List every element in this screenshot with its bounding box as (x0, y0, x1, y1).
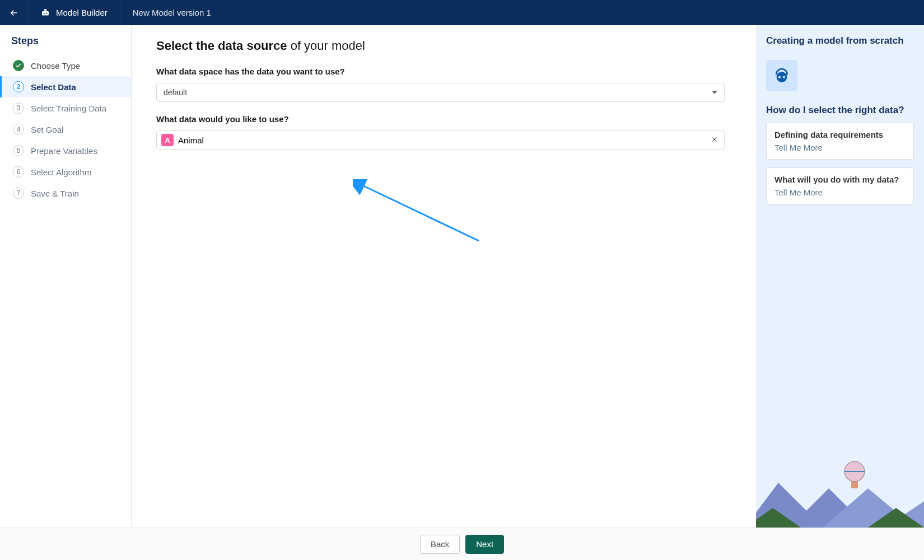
svg-point-5 (777, 72, 787, 82)
help-card-requirements: Defining data requirements Tell Me More (766, 123, 914, 160)
mascot-icon (766, 60, 797, 91)
help-card-data-usage: What will you do with my data? Tell Me M… (766, 167, 914, 204)
step-set-goal[interactable]: 4 Set Goal (0, 119, 131, 140)
label-data: What data would you like to use? (156, 114, 731, 124)
step-prepare-variables[interactable]: 5 Prepare Variables (0, 140, 131, 161)
main-content: Select the data source of your model Wha… (132, 25, 756, 528)
app-name: Model Builder (56, 8, 108, 17)
step-label: Save & Train (31, 189, 79, 198)
chevron-down-icon (712, 91, 717, 94)
step-save-train[interactable]: 7 Save & Train (0, 183, 131, 204)
svg-point-3 (46, 12, 47, 13)
step-number: 5 (13, 145, 24, 156)
help-card-title: Defining data requirements (774, 130, 906, 139)
next-button[interactable]: Next (465, 535, 504, 554)
step-label: Select Algorithm (31, 167, 91, 177)
step-number: 2 (13, 81, 24, 92)
clear-button[interactable] (711, 135, 718, 145)
help-panel: Creating a model from scratch How do I s… (756, 25, 924, 528)
main-heading: Select the data source of your model (156, 39, 731, 53)
step-label: Select Training Data (31, 104, 106, 113)
page-title: New Model version 1 (120, 8, 223, 17)
app-name-block: Model Builder (28, 0, 120, 25)
entity-icon: A (161, 134, 174, 146)
step-number: 3 (13, 102, 24, 114)
step-select-algorithm[interactable]: 6 Select Algorithm (0, 161, 131, 183)
annotation-arrow (353, 179, 493, 252)
svg-rect-1 (44, 9, 47, 11)
help-subheading: How do I select the right data? (766, 105, 914, 116)
data-value: Animal (178, 136, 204, 145)
svg-rect-0 (42, 11, 49, 16)
close-icon (711, 136, 718, 143)
svg-rect-9 (851, 482, 858, 488)
svg-line-4 (361, 185, 479, 241)
steps-sidebar: Steps Choose Type 2 Select Data 3 Select… (0, 25, 132, 528)
arrow-left-icon (9, 8, 19, 18)
decoration-mountains (756, 455, 924, 528)
tell-me-more-link[interactable]: Tell Me More (774, 143, 906, 152)
step-label: Choose Type (31, 61, 80, 71)
step-label: Select Data (31, 82, 76, 92)
svg-point-7 (783, 76, 785, 78)
svg-point-2 (44, 12, 45, 13)
footer-actions: Back Next (0, 528, 924, 560)
robot-icon (40, 8, 50, 18)
svg-point-6 (778, 76, 781, 78)
tell-me-more-link[interactable]: Tell Me More (774, 188, 906, 197)
step-number: 4 (13, 124, 24, 135)
back-button[interactable]: Back (420, 535, 460, 554)
step-select-data[interactable]: 2 Select Data (0, 76, 131, 97)
data-input[interactable]: A Animal (156, 130, 725, 150)
step-label: Set Goal (31, 125, 63, 134)
step-label: Prepare Variables (31, 146, 97, 156)
help-title: Creating a model from scratch (766, 35, 914, 46)
data-space-select[interactable]: default (156, 83, 725, 102)
sidebar-heading: Steps (0, 33, 131, 55)
data-space-value: default (164, 88, 187, 97)
check-icon (13, 60, 24, 71)
step-number: 6 (13, 166, 24, 178)
step-choose-type[interactable]: Choose Type (0, 55, 131, 76)
help-card-title: What will you do with my data? (774, 175, 906, 184)
back-arrow-button[interactable] (0, 0, 28, 25)
label-data-space: What data space has the data you want to… (156, 67, 731, 76)
step-select-training-data[interactable]: 3 Select Training Data (0, 97, 131, 119)
step-number: 7 (13, 188, 24, 199)
app-header: Model Builder New Model version 1 (0, 0, 924, 25)
